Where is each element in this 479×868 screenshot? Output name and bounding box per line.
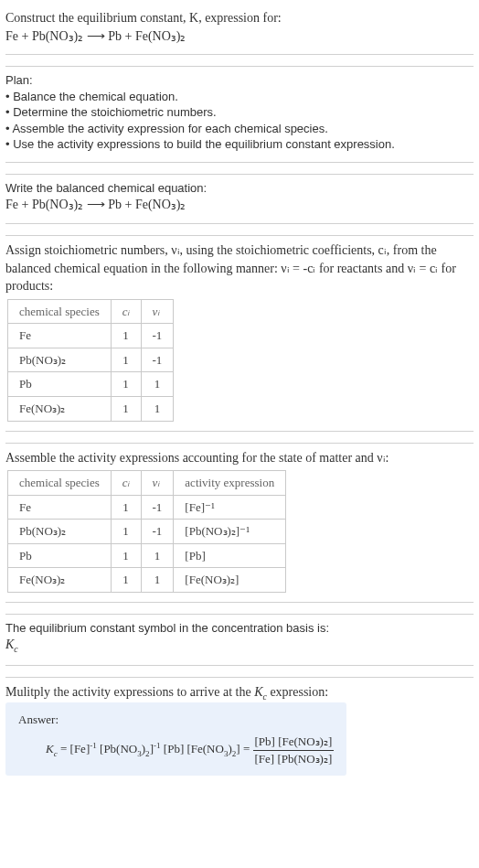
answer-expression: Kc = [Fe]-1 [Pb(NO3)2]-1 [Pb] [Fe(NO3)2]… [18,734,334,766]
kc-symbol-section: The equilibrium constant symbol in the c… [5,614,474,666]
balanced-section: Write the balanced chemical equation: Fe… [5,174,474,224]
balanced-heading: Write the balanced chemical equation: [5,180,474,197]
plan-bullet-4: • Use the activity expressions to build … [5,136,474,153]
activity-table: chemical species cᵢ νᵢ activity expressi… [7,470,286,593]
cell-species: Pb [8,543,112,568]
cell-ci: 1 [111,324,141,348]
cell-species: Fe(NO₃)₂ [8,568,112,593]
cell-nui: 1 [141,397,174,422]
answer-box: Answer: Kc = [Fe]-1 [Pb(NO3)2]-1 [Pb] [F… [5,702,346,776]
table-row: Pb(NO₃)₂ 1 -1 [8,348,174,372]
cell-species: Pb(NO₃)₂ [8,348,112,372]
title-text: Construct the equilibrium constant, K, e… [5,11,282,25]
kc-symbol-line2: Kc [5,638,18,651]
stoich-text: Assign stoichiometric numbers, νᵢ, using… [5,241,474,295]
cell-ci: 1 [111,568,141,593]
plan-bullet-4-text: Use the activity expressions to build th… [13,137,395,151]
plan-heading: Plan: [5,72,474,89]
plan-bullet-3: • Assemble the activity expression for e… [5,121,474,137]
cell-nui: -1 [141,495,174,520]
cell-ci: 1 [111,495,141,520]
col-nui: νᵢ [141,299,174,324]
table-row: Fe(NO₃)₂ 1 1 [Fe(NO₃)₂] [8,568,286,593]
kc-symbol-line1: The equilibrium constant symbol in the c… [5,620,474,637]
plan-bullet-2-text: Determine the stoichiometric numbers. [13,105,217,119]
col-activity: activity expression [174,471,286,496]
col-species: chemical species [8,299,112,324]
prompt-title: Construct the equilibrium constant, K, e… [5,9,474,27]
balanced-equation: Fe + Pb(NO₃)₂ ⟶ Pb + Fe(NO₃)₂ [5,196,474,214]
cell-activity: [Pb] [174,543,286,568]
table-row: chemical species cᵢ νᵢ [8,299,174,324]
cell-ci: 1 [111,543,141,568]
table-row: Fe(NO₃)₂ 1 1 [8,397,174,422]
stoich-section: Assign stoichiometric numbers, νᵢ, using… [5,235,474,432]
cell-ci: 1 [111,348,141,372]
activity-section: Assemble the activity expressions accoun… [5,443,474,603]
cell-species: Fe [8,495,112,520]
table-row: Pb(NO₃)₂ 1 -1 [Pb(NO₃)₂]⁻¹ [8,520,286,544]
col-ci: cᵢ [111,299,141,324]
activity-heading: Assemble the activity expressions accoun… [5,449,474,467]
plan-bullet-1-text: Balance the chemical equation. [13,90,178,103]
nui-label: νᵢ [153,305,160,318]
cell-ci: 1 [111,397,141,422]
frac-numerator: [Pb] [Fe(NO₃)₂] [253,734,335,751]
col-nui: νᵢ [141,471,174,496]
multiply-heading: Mulitply the activity expressions to arr… [5,683,474,703]
ci-label: cᵢ [122,476,130,489]
cell-ci: 1 [111,372,141,397]
cell-nui: 1 [141,568,174,593]
answer-fraction: [Pb] [Fe(NO₃)₂] [Fe] [Pb(NO₃)₂] [253,734,335,766]
cell-nui: -1 [141,520,174,544]
cell-nui: 1 [141,372,174,397]
cell-species: Fe(NO₃)₂ [8,397,112,422]
table-row: Pb 1 1 [8,372,174,397]
table-row: Fe 1 -1 [8,324,174,348]
col-ci: cᵢ [111,471,141,496]
table-row: Pb 1 1 [Pb] [8,543,286,568]
multiply-section: Mulitply the activity expressions to arr… [5,677,474,785]
stoich-table: chemical species cᵢ νᵢ Fe 1 -1 Pb(NO₃)₂ … [7,299,174,422]
cell-nui: -1 [141,348,174,372]
cell-species: Pb [8,372,112,397]
cell-species: Fe [8,324,112,348]
cell-activity: [Fe(NO₃)₂] [174,568,286,593]
cell-activity: [Pb(NO₃)₂]⁻¹ [174,520,286,544]
plan-bullet-2: • Determine the stoichiometric numbers. [5,104,474,121]
cell-nui: -1 [141,324,174,348]
prompt-section: Construct the equilibrium constant, K, e… [5,4,474,55]
cell-ci: 1 [111,520,141,544]
col-species: chemical species [8,471,112,496]
table-row: Fe 1 -1 [Fe]⁻¹ [8,495,286,520]
plan-bullet-1: • Balance the chemical equation. [5,89,474,105]
cell-activity: [Fe]⁻¹ [174,495,286,520]
plan-section: Plan: • Balance the chemical equation. •… [5,66,474,163]
frac-denominator: [Fe] [Pb(NO₃)₂] [253,751,335,767]
table-row: chemical species cᵢ νᵢ activity expressi… [8,471,286,496]
ci-label: cᵢ [122,305,130,318]
nui-label: νᵢ [153,476,160,489]
cell-species: Pb(NO₃)₂ [8,520,112,544]
prompt-equation: Fe + Pb(NO₃)₂ ⟶ Pb + Fe(NO₃)₂ [5,27,474,46]
answer-label: Answer: [18,712,334,728]
plan-bullet-3-text: Assemble the activity expression for eac… [12,122,327,135]
cell-nui: 1 [141,543,174,568]
